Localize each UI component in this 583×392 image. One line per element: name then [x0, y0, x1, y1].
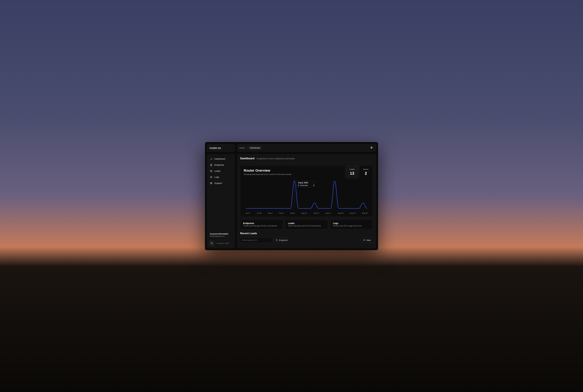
svg-point-1	[211, 170, 211, 171]
sidebar-item-support[interactable]: Support	[209, 180, 233, 186]
sidebar-footer: © router.so, 2024	[209, 240, 233, 246]
x-tick-label: Aug 2	[268, 212, 273, 214]
overview-chart: Aug 8, 2024 Overview 5 Jul 27Jul 30Aug 2…	[240, 178, 373, 217]
sidebar-item-dashboard[interactable]: Dashboard	[209, 156, 233, 162]
x-tick-label: Aug 26	[362, 212, 367, 214]
disc-icon	[210, 176, 213, 178]
chart-canvas[interactable]: Aug 8, 2024 Overview 5	[243, 179, 370, 211]
page-title-row: Dashboard : Snapshot of your endpoints a…	[240, 157, 373, 163]
left-column: router.so Dashboard Endpoints	[207, 144, 235, 248]
endpoints-filter-button[interactable]: Endpoints	[274, 238, 290, 243]
info-card-title: Endpoints	[243, 222, 280, 224]
recent-leads-title: Recent Leads	[240, 232, 373, 235]
info-cards-row: Endpoints Create and Manage Router.so En…	[240, 220, 373, 229]
svg-point-2	[210, 176, 212, 178]
bar-chart-icon	[210, 158, 213, 160]
sidebar-nav: Dashboard Endpoints Leads	[209, 156, 233, 186]
moon-icon	[211, 242, 213, 245]
stat-errors-label: Errors	[363, 168, 369, 170]
x-tick-label: Jul 27	[245, 212, 250, 214]
sidebar-item-leads[interactable]: Leads	[209, 168, 233, 174]
x-tick-label: Aug 23	[350, 212, 355, 214]
x-tick-label: Aug 20	[338, 212, 343, 214]
svg-point-9	[364, 239, 365, 240]
tooltip-series-label: Overview	[300, 184, 308, 186]
account-heading: Account Information	[210, 233, 232, 235]
info-card-title: Logs	[333, 222, 370, 224]
chart-x-axis: Jul 27Jul 30Aug 2Aug 5Aug 8Aug 11Aug 14A…	[243, 211, 370, 214]
sidebar-item-label: Endpoints	[214, 164, 224, 166]
breadcrumb-current: Dashboard	[249, 146, 262, 150]
sidebar: Dashboard Endpoints Leads	[207, 154, 235, 248]
overview-subtitle: Showing total lead and error counts for …	[244, 173, 291, 176]
stat-leads-value: 13	[350, 171, 355, 176]
x-tick-label: Aug 11	[301, 212, 307, 214]
x-tick-label: Jul 30	[257, 212, 261, 214]
page-title: Dashboard	[240, 157, 254, 160]
sidebar-item-logs[interactable]: Logs	[209, 174, 233, 180]
sliders-icon	[363, 239, 365, 242]
info-card-subtitle: View Lead data and Form Submissions	[288, 225, 325, 227]
x-tick-label: Aug 14	[314, 212, 319, 214]
stat-leads[interactable]: Leads 13	[345, 166, 359, 178]
breadcrumb-home[interactable]: Home	[239, 147, 245, 149]
x-tick-label: Aug 17	[326, 212, 331, 214]
stat-errors-value: 2	[363, 171, 369, 176]
view-button[interactable]: View	[361, 238, 373, 243]
header-bar: Home › Dashboard	[237, 144, 376, 152]
asterisk-icon	[370, 146, 373, 150]
sidebar-item-label: Leads	[214, 170, 220, 172]
overview-heading: Router Overview Showing total lead and e…	[240, 166, 295, 178]
lifebuoy-icon	[210, 182, 213, 184]
account-info: Account Information 9d8dev@gmail.com	[209, 232, 233, 238]
overview-stats: Leads 13 Errors 2	[345, 166, 373, 178]
recent-leads-controls: Endpoints View	[240, 238, 373, 243]
stat-errors[interactable]: Errors 2	[359, 166, 373, 178]
right-column: Home › Dashboard Dashboard : Snapshot of…	[237, 144, 376, 248]
copyright-text: © router.so, 2024	[216, 242, 229, 244]
page-subtitle: : Snapshot of your endpoints and leads	[255, 157, 295, 160]
sidebar-item-label: Logs	[214, 176, 219, 178]
breadcrumb: Home › Dashboard	[239, 146, 262, 150]
chevron-right-icon: ›	[246, 147, 247, 149]
stat-leads-label: Leads	[350, 168, 355, 170]
chart-tooltip: Aug 8, 2024 Overview 5	[296, 180, 316, 188]
info-card-endpoints[interactable]: Endpoints Create and Manage Router.so En…	[240, 220, 283, 229]
overview-title: Router Overview	[244, 168, 291, 172]
sidebar-item-label: Support	[214, 182, 222, 184]
info-card-title: Leads	[288, 222, 325, 224]
info-card-logs[interactable]: Logs Monitor your API usage and errors	[330, 220, 373, 229]
view-button-label: View	[366, 239, 371, 241]
logo-card: router.so	[207, 144, 235, 152]
layers-icon	[210, 164, 213, 166]
endpoints-filter-label: Endpoints	[279, 239, 288, 241]
tooltip-value: 5	[313, 184, 314, 186]
x-tick-label: Aug 8	[290, 212, 295, 214]
x-tick-label: Aug 5	[279, 212, 284, 214]
info-card-subtitle: Create and Manage Router.so Endpoints	[243, 225, 280, 227]
filter-leads-input[interactable]	[240, 238, 272, 243]
sidebar-item-label: Dashboard	[214, 158, 225, 160]
id-card-icon	[210, 170, 213, 172]
star-button[interactable]	[369, 146, 374, 150]
theme-toggle-button[interactable]	[209, 241, 214, 246]
overview-card: Router Overview Showing total lead and e…	[240, 166, 373, 217]
plus-circle-icon	[276, 239, 278, 242]
app-window: router.so Dashboard Endpoints	[205, 142, 378, 250]
svg-point-5	[211, 183, 212, 184]
svg-point-10	[364, 240, 364, 240]
info-card-leads[interactable]: Leads View Lead data and Form Submission…	[285, 220, 328, 229]
svg-point-3	[211, 177, 211, 178]
tooltip-swatch	[298, 185, 299, 186]
overview-top-row: Router Overview Showing total lead and e…	[240, 166, 373, 178]
info-card-subtitle: Monitor your API usage and errors	[333, 225, 370, 227]
main-panel: Dashboard : Snapshot of your endpoints a…	[237, 154, 376, 248]
tooltip-date: Aug 8, 2024	[298, 182, 314, 184]
account-email: 9d8dev@gmail.com	[210, 235, 232, 237]
brand-logo: router.so	[209, 146, 232, 150]
sidebar-item-endpoints[interactable]: Endpoints	[209, 162, 233, 168]
